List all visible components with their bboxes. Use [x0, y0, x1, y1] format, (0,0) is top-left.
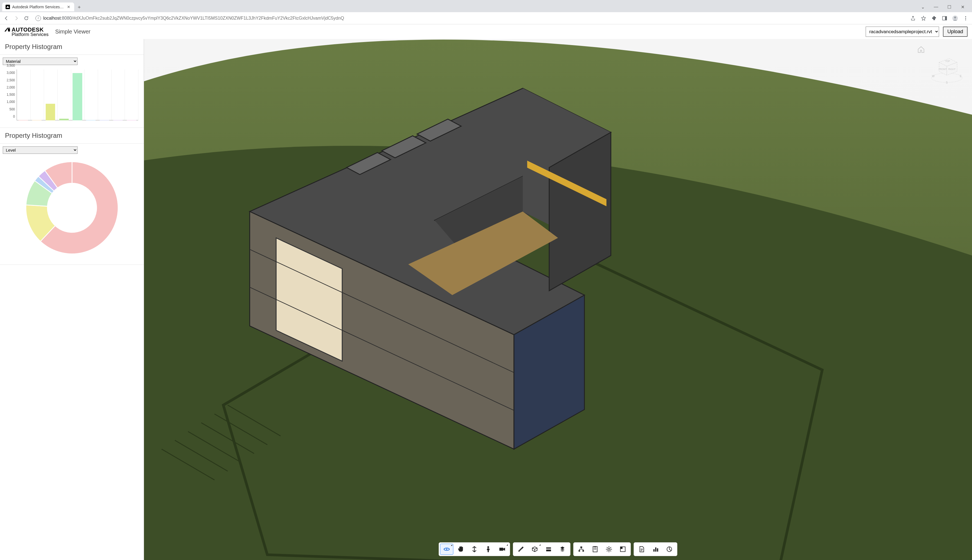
brand-subtitle: Platform Services — [5, 32, 49, 37]
site-info-icon[interactable]: i — [35, 15, 41, 21]
zoom-tool-icon[interactable] — [468, 544, 481, 555]
explode-tool-icon[interactable] — [542, 544, 555, 555]
settings-tool-icon[interactable] — [602, 544, 616, 555]
tab-title: Autodesk Platform Services: Sim — [12, 5, 64, 9]
browser-chrome: Autodesk Platform Services: Sim ✕ ＋ ⌄ — … — [0, 0, 972, 24]
tool-group-inspection — [513, 542, 570, 556]
svg-rect-50 — [620, 547, 622, 549]
svg-line-46 — [610, 551, 611, 552]
pan-tool-icon[interactable] — [454, 544, 467, 555]
bar[interactable] — [72, 73, 82, 120]
browser-menu-icon[interactable] — [963, 15, 969, 21]
svg-rect-33 — [581, 547, 582, 548]
document-tool-icon[interactable] — [635, 544, 648, 555]
bar[interactable] — [100, 120, 109, 120]
svg-text:S: S — [946, 81, 948, 84]
svg-text:TOP: TOP — [945, 60, 950, 63]
camera-tool-icon[interactable] — [495, 544, 509, 555]
viewer-toolbar — [438, 542, 678, 556]
tool-group-navigation — [438, 542, 510, 556]
structure-tool-icon[interactable] — [575, 544, 588, 555]
url-text: localhost:8080/#dXJuOmFkc2sub2JqZWN0czpv… — [43, 16, 344, 21]
svg-point-40 — [608, 548, 610, 550]
nav-reload-icon[interactable] — [23, 15, 29, 21]
svg-rect-31 — [546, 548, 551, 549]
new-tab-button[interactable]: ＋ — [75, 3, 83, 11]
browser-toolbar-right — [910, 15, 969, 21]
svg-line-45 — [607, 547, 607, 548]
bar-chart-y-axis: 05001,0001,5002,0002,5003,0003,500 — [3, 70, 16, 120]
model-browser-tool-icon[interactable] — [556, 544, 569, 555]
tab-bar: Autodesk Platform Services: Sim ✕ ＋ ⌄ — … — [0, 0, 972, 12]
viewcube[interactable]: S W E TOP FRONT RIGHT — [929, 50, 965, 85]
bar[interactable] — [86, 120, 95, 120]
property-select-level[interactable]: Level — [3, 147, 77, 154]
brand-logo: AUTODESK Platform Services — [5, 27, 49, 37]
sidebar: Property Histogram Material 05001,0001,5… — [0, 39, 144, 560]
window-dropdown-icon[interactable]: ⌄ — [919, 5, 927, 10]
bar-chart-bars — [17, 70, 138, 120]
bar[interactable] — [46, 104, 55, 120]
svg-rect-34 — [579, 550, 580, 552]
measure-tool-icon[interactable] — [514, 544, 527, 555]
piechart-tool-icon[interactable] — [662, 544, 676, 555]
upload-button[interactable]: Upload — [943, 27, 967, 37]
bar-chart[interactable]: 05001,0001,5002,0002,5003,0003,500 — [3, 70, 141, 125]
bar[interactable] — [18, 120, 28, 120]
section-tool-icon[interactable] — [528, 544, 541, 555]
nav-back-icon[interactable] — [3, 15, 9, 21]
app-body: Property Histogram Material 05001,0001,5… — [0, 39, 972, 560]
histogram-panel-bar: Property Histogram Material 05001,0001,5… — [0, 39, 144, 128]
fullscreen-tool-icon[interactable] — [616, 544, 629, 555]
svg-point-4 — [965, 16, 966, 17]
sidepanel-icon[interactable] — [942, 15, 948, 21]
viewer-scene — [144, 39, 972, 560]
window-minimize-icon[interactable]: — — [932, 5, 940, 10]
svg-point-25 — [446, 549, 447, 550]
svg-rect-32 — [546, 550, 551, 552]
svg-rect-55 — [655, 548, 656, 552]
tab-close-icon[interactable]: ✕ — [67, 5, 71, 9]
panel-title: Property Histogram — [0, 128, 144, 143]
svg-rect-56 — [657, 548, 658, 552]
nav-forward-icon[interactable] — [13, 15, 19, 21]
svg-text:E: E — [960, 75, 962, 78]
bar[interactable] — [113, 120, 123, 120]
svg-line-48 — [610, 547, 611, 548]
svg-rect-1 — [945, 16, 947, 20]
share-icon[interactable] — [910, 15, 916, 21]
bar[interactable] — [59, 119, 69, 120]
address-bar-row: i localhost:8080/#dXJuOmFkc2sub2JqZWN0cz… — [0, 12, 972, 24]
donut-chart[interactable] — [21, 157, 123, 259]
address-bar[interactable]: i localhost:8080/#dXJuOmFkc2sub2JqZWN0cz… — [33, 14, 906, 23]
orbit-tool-icon[interactable] — [440, 544, 453, 555]
app-root: AUTODESK Platform Services Simple Viewer… — [0, 24, 972, 560]
svg-rect-39 — [594, 546, 596, 547]
browser-tab[interactable]: Autodesk Platform Services: Sim ✕ — [2, 2, 74, 11]
svg-text:RIGHT: RIGHT — [949, 68, 956, 70]
bookmark-star-icon[interactable] — [920, 15, 927, 21]
bar[interactable] — [32, 120, 42, 120]
profile-avatar-icon[interactable] — [952, 15, 958, 21]
model-select[interactable]: racadvancedsampleproject.rvt — [866, 27, 939, 37]
window-close-icon[interactable]: ✕ — [959, 5, 967, 10]
svg-point-5 — [965, 18, 966, 18]
extensions-icon[interactable] — [931, 15, 937, 21]
svg-rect-35 — [582, 550, 584, 552]
svg-text:W: W — [932, 75, 935, 78]
panel-title: Property Histogram — [0, 39, 144, 55]
home-icon[interactable] — [917, 46, 925, 53]
svg-point-26 — [487, 546, 489, 548]
first-person-tool-icon[interactable] — [482, 544, 495, 555]
app-title: Simple Viewer — [55, 28, 90, 35]
viewer-3d[interactable]: S W E TOP FRONT RIGHT — [144, 39, 972, 560]
bar[interactable] — [127, 120, 136, 120]
properties-tool-icon[interactable] — [589, 544, 602, 555]
barchart-tool-icon[interactable] — [649, 544, 662, 555]
svg-point-6 — [965, 19, 966, 20]
svg-rect-27 — [499, 548, 503, 551]
svg-rect-54 — [653, 549, 654, 552]
window-maximize-icon[interactable]: ☐ — [945, 5, 953, 10]
svg-line-47 — [607, 551, 607, 552]
svg-point-3 — [954, 16, 956, 18]
